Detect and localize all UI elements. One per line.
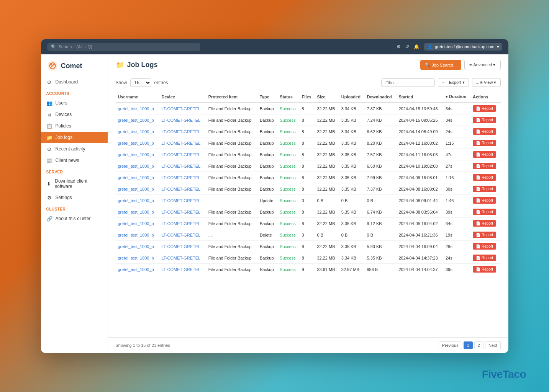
global-search[interactable]: 🔍 Search... (Alt + Q) [47,43,200,51]
username-link[interactable]: gretel_test_1000_b [118,256,154,260]
report-button[interactable]: 📄 Report [473,266,496,273]
entries-label: entries [154,80,168,85]
report-button[interactable]: 📄 Report [473,209,496,215]
cell-size: 33.61 MB [315,264,339,275]
sidebar-item-settings[interactable]: ⚙ Settings [41,192,108,203]
device-link[interactable]: LT-COMET-GRETEL [161,164,200,168]
advanced-button[interactable]: ≡ Advanced ▾ [464,60,500,70]
status-badge: Success [280,152,296,157]
page-1-button[interactable]: 1 [464,341,473,349]
username-link[interactable]: gretel_test_1000_b [118,175,154,180]
device-link[interactable]: LT-COMET-GRETEL [161,141,200,145]
col-downloaded[interactable]: Downloaded [364,91,396,103]
cell-status: Success [277,172,299,183]
device-link[interactable]: LT-COMET-GRETEL [161,152,200,157]
username-link[interactable]: gretel_test_1000_b [118,233,154,237]
report-button[interactable]: 📄 Report [473,163,496,169]
device-link[interactable]: LT-COMET-GRETEL [161,175,200,180]
device-link[interactable]: LT-COMET-GRETEL [161,106,200,111]
sidebar-item-download[interactable]: ⬇ Download client software [41,176,108,192]
report-button[interactable]: 📄 Report [473,232,496,238]
notifications-icon[interactable]: 🔔 [414,44,420,49]
page-title-icon: 📁 [116,61,124,69]
report-button[interactable]: 📄 Report [473,243,496,250]
job-logs-table: Username Device Protected Item Type Stat… [116,91,501,275]
report-button[interactable]: 📄 Report [473,140,496,146]
refresh-icon[interactable]: ↺ [405,44,409,49]
report-button[interactable]: 📄 Report [473,220,496,227]
cell-actions: 📄 Report [470,206,500,218]
sidebar-item-recent-activity[interactable]: ⊙ Recent activity [41,143,108,155]
device-link[interactable]: LT-COMET-GRETEL [161,118,200,122]
device-link[interactable]: LT-COMET-GRETEL [161,267,200,272]
username-link[interactable]: gretel_test_1000_b [118,198,154,203]
export-button[interactable]: ↑ ↑ Export ▾ [438,78,469,87]
device-link[interactable]: LT-COMET-GRETEL [161,129,200,134]
col-files[interactable]: Files [300,91,315,103]
job-search-button[interactable]: 🔍 Job Search... [420,60,461,70]
col-duration[interactable]: ▾ Duration [443,91,470,103]
username-link[interactable]: gretel_test_1000_b [118,164,154,168]
sidebar-item-devices[interactable]: 🖥 Devices [41,109,108,120]
col-device[interactable]: Device [159,91,206,103]
username-link[interactable]: gretel_test_1000_b [118,267,154,272]
device-link[interactable]: LT-COMET-GRETEL [161,256,200,260]
device-link[interactable]: LT-COMET-GRETEL [161,210,200,214]
username-link[interactable]: gretel_test_1000_b [118,118,154,122]
col-size[interactable]: Size [315,91,339,103]
report-button[interactable]: 📄 Report [473,255,496,261]
sidebar-item-dashboard[interactable]: ⊙ Dashboard [41,76,108,88]
username-link[interactable]: gretel_test_1000_b [118,152,154,157]
device-link[interactable]: LT-COMET-GRETEL [161,198,200,203]
username-link[interactable]: gretel_test_1000_b [118,129,154,134]
sidebar-item-client-news[interactable]: 📰 Client news [41,155,108,166]
next-page-button[interactable]: Next [485,341,501,349]
user-email: gretel-test1@cometbackup.com [435,44,494,49]
col-username[interactable]: Username [116,91,159,103]
device-link[interactable]: LT-COMET-GRETEL [161,221,200,226]
report-button[interactable]: 📄 Report [473,151,496,158]
username-link[interactable]: gretel_test_1000_b [118,244,154,249]
cell-protected: File and Folder Backup [206,149,257,160]
svg-point-1 [50,63,52,65]
show-entries-select[interactable]: 15 25 50 100 [130,78,151,87]
sidebar-item-label: Devices [56,112,72,117]
settings-icon[interactable]: ⚙ [397,44,401,49]
cell-actions: 📄 Report [470,252,500,264]
filter-input[interactable] [381,78,435,87]
page-2-button[interactable]: 2 [474,341,483,349]
report-button[interactable]: 📄 Report [473,128,496,135]
device-link[interactable]: LT-COMET-GRETEL [161,233,200,237]
username-link[interactable]: gretel_test_1000_b [118,187,154,191]
report-button[interactable]: 📄 Report [473,197,496,204]
sidebar-item-users[interactable]: 👥 Users [41,97,108,109]
report-button[interactable]: 📄 Report [473,186,496,192]
cell-status: Success [277,149,299,160]
sidebar-item-policies[interactable]: 📋 Policies [41,120,108,132]
cell-username: gretel_test_1000_b [116,252,159,264]
report-button[interactable]: 📄 Report [473,117,496,123]
device-link[interactable]: LT-COMET-GRETEL [161,187,200,191]
sidebar-item-job-logs[interactable]: 📁 Job logs [41,132,108,143]
device-link[interactable]: LT-COMET-GRETEL [161,244,200,249]
cell-type: Backup [257,126,277,137]
username-link[interactable]: gretel_test_1000_b [118,221,154,226]
prev-page-button[interactable]: Previous [439,341,462,349]
username-link[interactable]: gretel_test_1000_b [118,141,154,145]
col-protected-item[interactable]: Protected Item [206,91,257,103]
report-icon: 📄 [476,118,480,122]
view-button[interactable]: ≡ ≡ View ▾ [472,78,501,87]
col-started[interactable]: Started [396,91,443,103]
col-status[interactable]: Status [277,91,299,103]
report-button[interactable]: 📄 Report [473,105,496,112]
col-type[interactable]: Type [257,91,277,103]
cell-device: LT-COMET-GRETEL [159,195,206,206]
col-uploaded[interactable]: Uploaded [339,91,365,103]
sidebar-item-about-cluster[interactable]: 🔗 About this cluster [41,213,108,224]
cell-status: Success [277,218,299,229]
username-link[interactable]: gretel_test_1000_b [118,106,154,111]
dashboard-icon: ⊙ [46,79,52,85]
username-link[interactable]: gretel_test_1000_b [118,210,154,214]
report-button[interactable]: 📄 Report [473,174,496,181]
user-menu[interactable]: 👤 gretel-test1@cometbackup.com ▾ [424,43,502,51]
